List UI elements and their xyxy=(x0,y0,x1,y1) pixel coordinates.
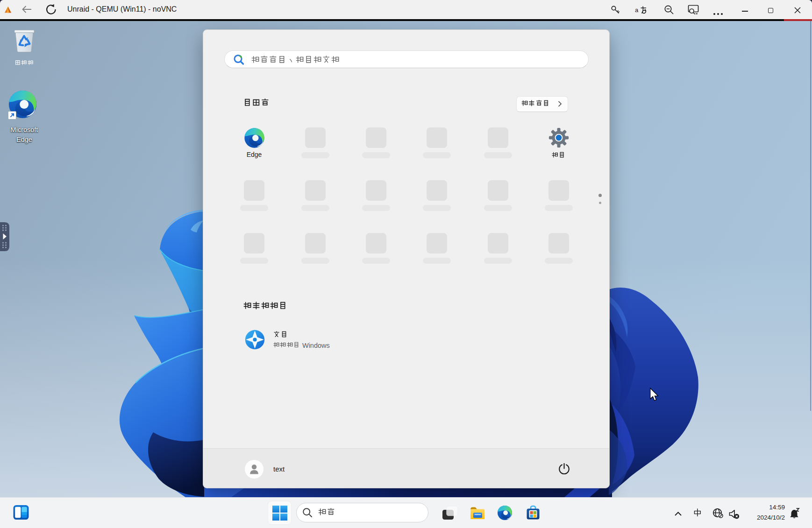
svg-text:a: a xyxy=(635,7,639,14)
